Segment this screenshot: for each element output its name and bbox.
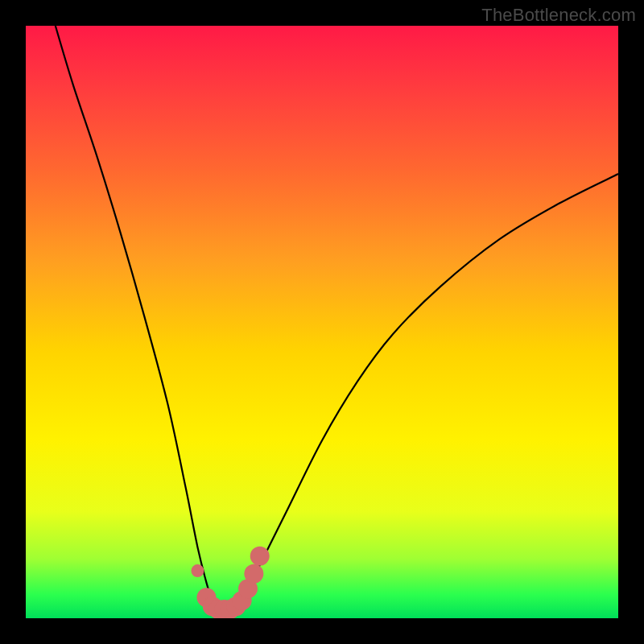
- chart-svg: [26, 26, 618, 618]
- highlight-points-group: [191, 547, 269, 618]
- bottleneck-curve: [56, 26, 618, 607]
- chart-frame: TheBottleneck.com: [0, 0, 644, 644]
- highlight-point: [244, 564, 263, 584]
- highlight-point: [250, 547, 270, 566]
- chart-plot-area: [26, 26, 618, 618]
- watermark-text: TheBottleneck.com: [481, 5, 636, 26]
- highlight-point: [191, 564, 204, 577]
